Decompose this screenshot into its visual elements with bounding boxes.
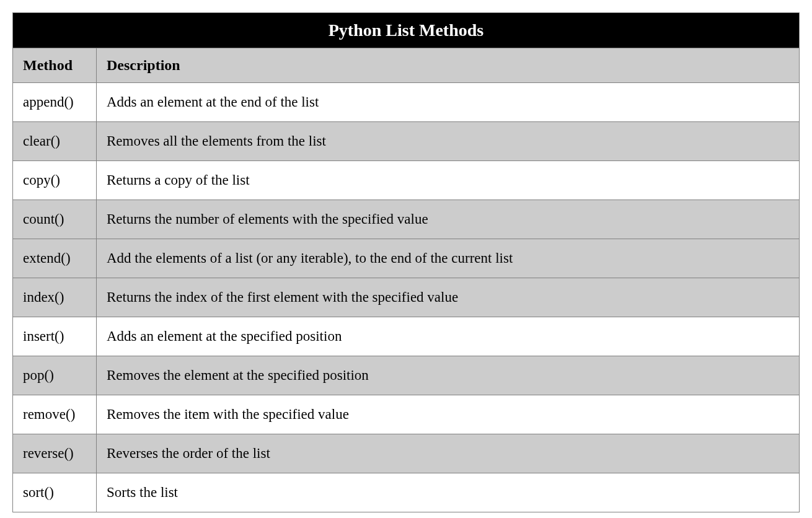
page-title: Python List Methods <box>13 13 800 48</box>
title-row: Python List Methods <box>13 13 800 48</box>
cell-description: Add the elements of a list (or any itera… <box>97 239 800 278</box>
header-method: Method <box>13 48 97 83</box>
cell-description: Sorts the list <box>97 473 800 512</box>
cell-method: reverse() <box>13 434 97 473</box>
table-row: clear() Removes all the elements from th… <box>13 122 800 161</box>
cell-method: copy() <box>13 161 97 200</box>
cell-method: sort() <box>13 473 97 512</box>
cell-method: append() <box>13 83 97 122</box>
cell-description: Adds an element at the end of the list <box>97 83 800 122</box>
table-row: pop() Removes the element at the specifi… <box>13 356 800 395</box>
table-row: copy() Returns a copy of the list <box>13 161 800 200</box>
header-description: Description <box>97 48 800 83</box>
header-row: Method Description <box>13 48 800 83</box>
cell-method: extend() <box>13 239 97 278</box>
cell-method: clear() <box>13 122 97 161</box>
cell-description: Removes all the elements from the list <box>97 122 800 161</box>
table-row: extend() Add the elements of a list (or … <box>13 239 800 278</box>
cell-method: pop() <box>13 356 97 395</box>
cell-method: count() <box>13 200 97 239</box>
cell-method: remove() <box>13 395 97 434</box>
table-row: append() Adds an element at the end of t… <box>13 83 800 122</box>
methods-table: Python List Methods Method Description a… <box>12 12 800 512</box>
table-row: count() Returns the number of elements w… <box>13 200 800 239</box>
cell-description: Reverses the order of the list <box>97 434 800 473</box>
table-row: sort() Sorts the list <box>13 473 800 512</box>
cell-description: Returns a copy of the list <box>97 161 800 200</box>
cell-method: index() <box>13 278 97 317</box>
table-row: reverse() Reverses the order of the list <box>13 434 800 473</box>
cell-description: Removes the element at the specified pos… <box>97 356 800 395</box>
cell-method: insert() <box>13 317 97 356</box>
cell-description: Returns the index of the first element w… <box>97 278 800 317</box>
cell-description: Returns the number of elements with the … <box>97 200 800 239</box>
cell-description: Removes the item with the specified valu… <box>97 395 800 434</box>
cell-description: Adds an element at the specified positio… <box>97 317 800 356</box>
table-row: remove() Removes the item with the speci… <box>13 395 800 434</box>
table-row: insert() Adds an element at the specifie… <box>13 317 800 356</box>
table-row: index() Returns the index of the first e… <box>13 278 800 317</box>
